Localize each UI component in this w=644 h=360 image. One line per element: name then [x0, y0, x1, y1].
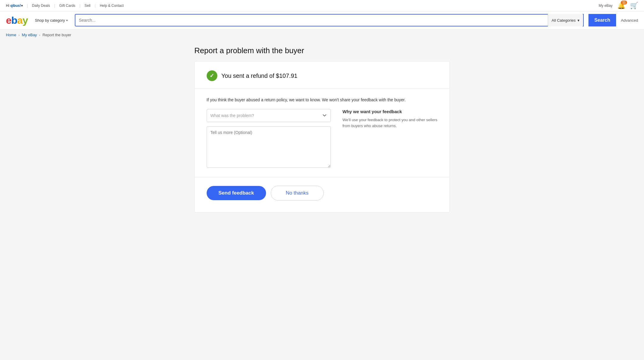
user-dropdown-icon[interactable]: ▾: [21, 4, 23, 8]
logo-e: e: [6, 15, 11, 26]
help-contact-link[interactable]: Help & Contact: [100, 4, 124, 8]
refund-text: You sent a refund of $107.91: [221, 72, 298, 79]
why-feedback-desc: We'll use your feedback to protect you a…: [343, 117, 438, 129]
daily-deals-link[interactable]: Daily Deals: [32, 4, 50, 8]
top-divider: [195, 88, 450, 89]
ebay-logo[interactable]: ebay: [6, 15, 28, 25]
username: qibus!: [10, 4, 21, 8]
checkmark-icon: ✓: [210, 72, 214, 79]
check-circle: ✓: [207, 70, 217, 81]
category-label: All Categories: [552, 18, 576, 23]
page-title: Report a problem with the buyer: [194, 46, 450, 55]
feedback-right: Why we want your feedback We'll use your…: [343, 109, 438, 169]
feedback-section: What was the problem? Buyer returned a d…: [207, 109, 438, 169]
category-chevron-icon: ▾: [577, 18, 580, 23]
why-feedback-title: Why we want your feedback: [343, 109, 438, 114]
top-bar-right: My eBay 🔔 11 🛒: [599, 2, 638, 10]
logo-a: a: [17, 15, 23, 26]
cart-icon[interactable]: 🛒: [630, 2, 638, 10]
sell-link[interactable]: Sell: [85, 4, 91, 8]
shop-by-category-label: Shop by category: [35, 18, 65, 23]
action-buttons: Send feedback No thanks: [207, 186, 438, 200]
send-feedback-button[interactable]: Send feedback: [207, 186, 266, 200]
notification-badge: 11: [621, 1, 627, 4]
breadcrumb-sep-1: ›: [18, 33, 20, 37]
my-ebay-link[interactable]: My eBay: [599, 4, 613, 8]
logo-y: y: [23, 15, 28, 26]
no-thanks-button[interactable]: No thanks: [271, 186, 324, 200]
category-dropdown[interactable]: All Categories ▾: [548, 14, 583, 26]
chevron-down-icon: ▾: [66, 19, 68, 22]
logo-b: b: [11, 15, 17, 26]
report-card: ✓ You sent a refund of $107.91 If you th…: [194, 61, 450, 213]
breadcrumb-current: Report the buyer: [42, 33, 71, 37]
greeting-text: Hi qibus!▾: [6, 4, 23, 8]
tell-us-more-textarea[interactable]: [207, 126, 331, 168]
bottom-divider: [195, 177, 450, 177]
header: ebay Shop by category ▾ All Categories ▾…: [0, 12, 644, 30]
breadcrumb-home[interactable]: Home: [6, 33, 16, 37]
search-input[interactable]: [75, 15, 548, 26]
notification-bell[interactable]: 🔔 11: [617, 2, 625, 10]
breadcrumb: Home › My eBay › Report the buyer: [0, 30, 644, 40]
shop-by-category-button[interactable]: Shop by category ▾: [33, 17, 70, 24]
problem-select[interactable]: What was the problem? Buyer returned a d…: [207, 109, 331, 122]
breadcrumb-my-ebay[interactable]: My eBay: [22, 33, 37, 37]
top-bar: Hi qibus!▾ | Daily Deals | Gift Cards | …: [0, 0, 644, 12]
feedback-left: What was the problem? Buyer returned a d…: [207, 109, 331, 169]
refund-confirmation: ✓ You sent a refund of $107.91: [207, 70, 438, 81]
main-content: Report a problem with the buyer ✓ You se…: [189, 40, 456, 225]
search-bar: All Categories ▾: [75, 14, 584, 26]
top-bar-left: Hi qibus!▾ | Daily Deals | Gift Cards | …: [6, 4, 124, 8]
gift-cards-link[interactable]: Gift Cards: [59, 4, 75, 8]
search-button[interactable]: Search: [588, 14, 616, 26]
advanced-search-link[interactable]: Advanced: [621, 18, 638, 23]
abuse-info-text: If you think the buyer abused a return p…: [207, 97, 438, 103]
breadcrumb-sep-2: ›: [39, 33, 40, 37]
